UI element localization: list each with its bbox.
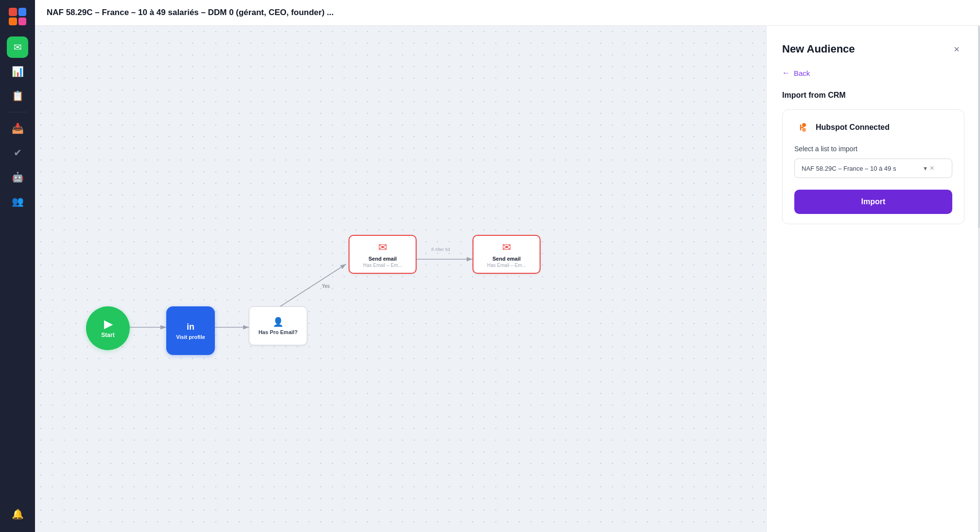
sidebar-item-team[interactable]: 👥 [7, 191, 28, 212]
sidebar: ✉ 📊 📋 📥 ✔ 🤖 👥 🔔 [0, 0, 35, 532]
list-select[interactable]: NAF 58.29C – France – 10 à 49 s ▾ × [794, 159, 952, 178]
svg-point-6 [802, 128, 806, 132]
team-icon: 👥 [12, 195, 24, 207]
send-email-1-sub: Has Email – Em... [363, 263, 402, 268]
close-icon: × [954, 44, 960, 55]
sidebar-item-notifications[interactable]: 🔔 [7, 503, 28, 525]
svg-line-3 [278, 264, 346, 308]
panel-title: New Audience [782, 43, 855, 55]
send-email-2-sub: Has Email – Em... [487, 263, 526, 268]
inbox-icon: 📥 [12, 123, 24, 134]
has-pro-email-label: Has Pro Email? [259, 329, 298, 335]
sidebar-item-analytics[interactable]: 📊 [7, 61, 28, 82]
start-label: Start [101, 332, 114, 338]
list-select-actions: ▾ × [924, 164, 934, 173]
right-panel: New Audience × ← Back Import from CRM [766, 26, 980, 532]
if-after-label: If After 5d [431, 247, 450, 252]
visit-profile-node[interactable]: in Visit profile [166, 306, 215, 355]
visit-profile-label: Visit profile [176, 334, 205, 340]
chevron-down-icon[interactable]: ▾ [924, 164, 927, 172]
sidebar-item-campaigns[interactable]: ✉ [7, 36, 28, 58]
contacts-icon: 📋 [12, 90, 24, 102]
import-button[interactable]: Import [794, 190, 952, 214]
panel-header: New Audience × [782, 41, 964, 57]
send-email-1-label: Send email [368, 256, 397, 262]
import-button-label: Import [861, 197, 886, 206]
start-node[interactable]: ▶ Start [86, 306, 130, 350]
notifications-icon: 🔔 [12, 508, 24, 520]
back-label: Back [794, 69, 810, 77]
send-email-1-node[interactable]: ✉ Send email Has Email – Em... [349, 235, 417, 274]
has-pro-email-node[interactable]: 👤 Has Pro Email? [249, 306, 307, 345]
linkedin-icon: in [187, 322, 194, 332]
campaigns-icon: ✉ [14, 41, 22, 53]
send-email-2-label: Send email [492, 256, 521, 262]
selected-list-text: NAF 58.29C – France – 10 à 49 s [802, 165, 924, 172]
select-list-label: Select a list to import [794, 145, 952, 153]
import-from-crm-title: Import from CRM [782, 91, 964, 100]
back-arrow-icon: ← [782, 69, 790, 77]
flow-canvas[interactable]: Yes If After 5d ▶ Start in Visit profile [35, 26, 766, 532]
crm-card: Hubspot Connected Select a list to impor… [782, 109, 964, 224]
close-button[interactable]: × [949, 41, 964, 57]
crm-name: Hubspot Connected [816, 123, 890, 132]
yes-label: Yes [322, 284, 330, 289]
sidebar-item-tasks[interactable]: ✔ [7, 142, 28, 163]
crm-header: Hubspot Connected [794, 120, 952, 135]
sidebar-item-contacts[interactable]: 📋 [7, 85, 28, 106]
page-title: NAF 58.29C – France – 10 à 49 salariés –… [47, 8, 334, 18]
sidebar-item-ai[interactable]: 🤖 [7, 166, 28, 188]
send-email-2-node[interactable]: ✉ Send email Has Email – Em... [472, 235, 541, 274]
list-select-wrapper: NAF 58.29C – France – 10 à 49 s ▾ × [794, 159, 952, 178]
tasks-icon: ✔ [14, 147, 22, 159]
panel-scrollbar[interactable] [978, 26, 980, 532]
flow-arrows [35, 26, 766, 532]
sidebar-divider [8, 112, 27, 112]
page-header: NAF 58.29C – France – 10 à 49 salariés –… [35, 0, 980, 26]
app-logo[interactable] [7, 6, 28, 27]
person-icon: 👤 [273, 317, 283, 327]
play-icon: ▶ [104, 318, 112, 331]
scrollbar-thumb [978, 26, 980, 228]
ai-bot-icon: 🤖 [12, 171, 24, 183]
back-button[interactable]: ← Back [782, 69, 964, 77]
hubspot-icon [794, 120, 810, 135]
email-icon-1: ✉ [378, 241, 387, 254]
analytics-icon: 📊 [12, 66, 24, 77]
main-content: NAF 58.29C – France – 10 à 49 salariés –… [35, 0, 980, 532]
sidebar-item-inbox[interactable]: 📥 [7, 118, 28, 139]
email-icon-2: ✉ [502, 241, 511, 254]
svg-point-5 [802, 123, 806, 127]
clear-selection-icon[interactable]: × [930, 164, 934, 173]
